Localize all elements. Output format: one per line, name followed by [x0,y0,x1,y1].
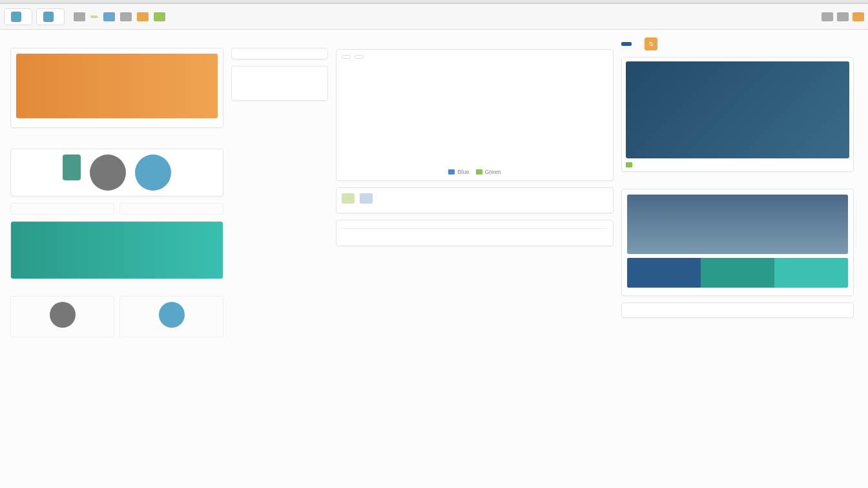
stack-icon [159,302,185,328]
col2-title [231,37,328,41]
bar-chart-card: Blue Green [336,49,614,181]
tool-icon[interactable] [137,12,149,21]
app-logo-icon [43,12,54,22]
menu-footer-1[interactable] [237,72,322,77]
app-tabbar [0,4,868,30]
toolbar-chip[interactable] [90,16,98,18]
icon-row-card [10,149,223,196]
app-logo-icon [11,12,21,22]
grid-icon[interactable] [837,12,849,21]
final-note [336,263,614,268]
lower-chart-card [336,220,614,246]
strip-icon[interactable] [342,193,355,204]
links-card [621,302,854,318]
tile-startup[interactable] [119,203,223,215]
legend-blue: Blue [457,169,469,175]
sync-icon[interactable] [135,154,171,191]
tool-icon[interactable] [103,12,115,21]
person-avatar-icon [50,302,76,328]
sky-preview [627,195,848,254]
right-head-tab[interactable] [621,42,632,46]
app-tab-1[interactable] [4,8,32,25]
promo-seg-2[interactable] [701,258,774,288]
bar-chart [342,63,608,166]
app-tab-2[interactable] [36,8,65,25]
promo-seg-3[interactable] [774,258,848,288]
user-avatar-icon[interactable] [90,154,126,191]
legend-green: Green [485,169,501,175]
tool-icon[interactable] [120,12,132,21]
menu-card [231,48,328,59]
tile-reconfig[interactable] [10,203,114,215]
person-card-1[interactable] [10,296,114,337]
col1-title [10,37,223,41]
right-column: S [621,37,854,480]
left-column [10,37,223,480]
chart-tab-1[interactable] [342,55,351,59]
person-card-2[interactable] [119,296,223,337]
promo-seg-1[interactable] [627,258,701,288]
strip-icon[interactable] [360,193,373,204]
hero-clock [16,54,218,118]
tool-icon[interactable] [154,12,165,21]
hero-card[interactable] [10,48,223,128]
menu-footer-card [231,66,328,101]
refresh-icon[interactable] [63,154,81,180]
teal-card[interactable] [10,221,223,279]
camera-icon[interactable] [74,12,85,21]
menu-column [231,37,328,480]
sky-card[interactable] [621,189,854,296]
gantt-card [336,187,614,213]
notification-icon[interactable] [852,12,864,21]
menu-footer-2[interactable] [237,81,322,86]
right-section2 [621,178,854,182]
right-final [621,324,854,330]
center-column: Blue Green [336,37,614,480]
right-preview-card[interactable] [621,57,854,172]
menu-footer-3[interactable] [237,90,322,95]
file-badge-icon[interactable]: S [645,37,657,50]
settings-icon[interactable] [822,12,833,21]
center-header [336,37,614,43]
chart-tab-2[interactable] [355,55,364,59]
